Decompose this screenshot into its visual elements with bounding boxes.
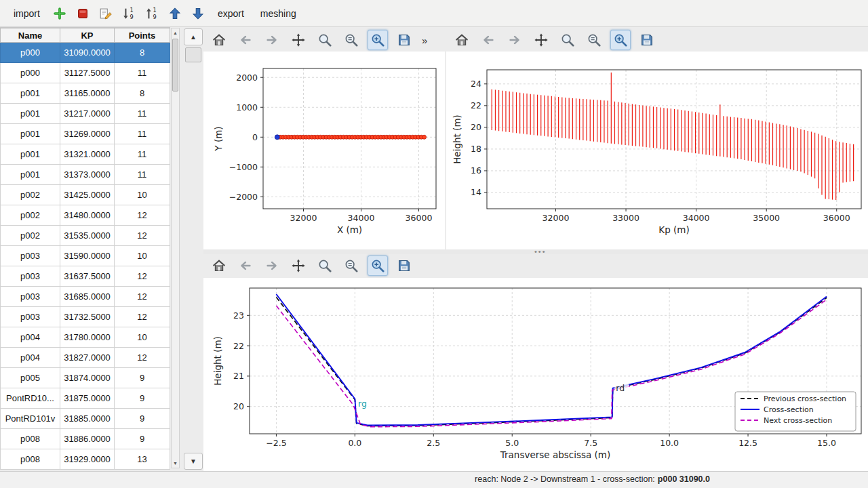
table-row[interactable]: p00331637.500012 — [1, 266, 170, 287]
table-cell[interactable]: 31090.0000 — [60, 43, 115, 63]
home-icon[interactable] — [209, 30, 229, 50]
table-cell[interactable]: 11 — [115, 144, 170, 165]
menu-meshing[interactable]: meshing — [254, 5, 303, 22]
forward-icon[interactable] — [262, 30, 282, 50]
back-icon[interactable] — [478, 30, 498, 50]
subplots-icon[interactable] — [341, 30, 361, 50]
table-row[interactable]: p00131321.000011 — [1, 144, 170, 165]
home-icon[interactable] — [209, 256, 229, 276]
table-cell[interactable]: 10 — [115, 327, 170, 348]
table-cell[interactable]: p008 — [1, 429, 60, 449]
zoom-icon[interactable] — [315, 30, 335, 50]
table-cell[interactable]: 31685.0000 — [60, 287, 115, 307]
table-cell[interactable]: p003 — [1, 307, 60, 327]
table-cell[interactable]: 31480.0000 — [60, 205, 115, 226]
splitter-handle[interactable]: ••• — [203, 249, 868, 254]
table-cell[interactable]: p001 — [1, 124, 60, 144]
table-cell[interactable]: p002 — [1, 205, 60, 226]
table-cell[interactable]: 31780.0000 — [60, 327, 115, 348]
table-cell[interactable]: 12 — [115, 205, 170, 226]
table-cell[interactable]: p001 — [1, 144, 60, 165]
scroll-down-icon[interactable]: ▼ — [172, 459, 179, 468]
table-cell[interactable]: p004 — [1, 348, 60, 368]
table-row[interactable]: p00531874.00009 — [1, 368, 170, 388]
table-cell[interactable]: PontRD101v — [1, 409, 60, 429]
table-cell[interactable]: 31535.0000 — [60, 226, 115, 246]
table-cell[interactable]: 31827.0000 — [60, 348, 115, 368]
table-row[interactable]: p00331590.000010 — [1, 246, 170, 266]
table-row[interactable]: p00231480.000012 — [1, 205, 170, 226]
table-cell[interactable]: 31929.0000 — [60, 449, 115, 470]
table-row[interactable]: p00031127.500011 — [1, 63, 170, 83]
table-cell[interactable]: 31886.0000 — [60, 429, 115, 449]
table-cell[interactable]: p002 — [1, 185, 60, 205]
table-cell[interactable]: 9 — [115, 388, 170, 409]
table-scrollbar-thumb[interactable] — [172, 39, 178, 92]
panel-scroll-down-button[interactable]: ▼ — [184, 453, 203, 470]
column-header-name[interactable]: Name — [1, 28, 60, 43]
move-up-icon[interactable] — [165, 3, 185, 24]
table-cell[interactable]: 8 — [115, 83, 170, 104]
toolbar-overflow-icon[interactable]: » — [422, 35, 427, 46]
table-cell[interactable]: p001 — [1, 104, 60, 124]
table-cell[interactable]: p000 — [1, 63, 60, 83]
table-cell[interactable]: 31875.0000 — [60, 388, 115, 409]
table-cell[interactable]: 31425.0000 — [60, 185, 115, 205]
table-cell[interactable]: 11 — [115, 63, 170, 83]
panel-scroll-up-button[interactable]: ▲ — [184, 28, 203, 45]
table-cell[interactable]: 10 — [115, 185, 170, 205]
scroll-up-icon[interactable]: ▲ — [172, 28, 179, 37]
zoom-icon[interactable] — [557, 30, 578, 50]
table-cell[interactable]: 13 — [115, 449, 170, 470]
table-cell[interactable]: 31637.5000 — [60, 266, 115, 287]
table-cell[interactable]: PontRD10... — [1, 388, 60, 409]
pan-icon[interactable] — [288, 30, 309, 50]
table-cell[interactable]: 12 — [115, 307, 170, 327]
forward-icon[interactable] — [505, 30, 525, 50]
table-row[interactable]: p00431827.000012 — [1, 348, 170, 368]
sort-descending-icon[interactable]: 19 — [119, 3, 139, 24]
save-icon[interactable] — [394, 256, 414, 276]
move-down-icon[interactable] — [188, 3, 208, 24]
table-cell[interactable]: p005 — [1, 368, 60, 388]
plan-view-chart[interactable]: 320003400036000−2000−1000010002000X (m)Y… — [203, 52, 445, 249]
table-cell[interactable]: p003 — [1, 266, 60, 287]
table-row[interactable]: PontRD10...31875.00009 — [1, 388, 170, 409]
edit-icon[interactable] — [96, 3, 116, 24]
table-row[interactable]: p00131217.000011 — [1, 104, 170, 124]
table-cell[interactable]: p004 — [1, 327, 60, 348]
table-cell[interactable]: 31269.0000 — [60, 124, 115, 144]
column-header-kp[interactable]: KP — [60, 28, 115, 43]
table-cell[interactable]: 31217.0000 — [60, 104, 115, 124]
longitudinal-profile-figure[interactable]: 3200033000340003500036000141618202224Kp … — [446, 52, 868, 249]
table-cell[interactable]: 12 — [115, 348, 170, 368]
back-icon[interactable] — [235, 256, 256, 276]
remove-icon[interactable] — [73, 3, 93, 24]
table-row[interactable]: p00431780.000010 — [1, 327, 170, 348]
add-icon[interactable] — [50, 3, 70, 24]
table-cell[interactable]: 12 — [115, 226, 170, 246]
save-icon[interactable] — [394, 30, 414, 50]
back-icon[interactable] — [235, 30, 256, 50]
plan-view-figure[interactable]: 320003400036000−2000−1000010002000X (m)Y… — [203, 52, 445, 249]
table-row[interactable]: p00331732.500012 — [1, 307, 170, 327]
table-cell[interactable]: 11 — [115, 104, 170, 124]
home-icon[interactable] — [452, 30, 472, 50]
table-cell[interactable]: 11 — [115, 165, 170, 185]
subplots-icon[interactable] — [584, 30, 604, 50]
table-cell[interactable]: 9 — [115, 429, 170, 449]
zoom-rect-icon[interactable] — [368, 30, 388, 50]
sort-ascending-icon[interactable]: 19 — [142, 3, 162, 24]
panel-scrollbar-thumb[interactable] — [185, 47, 201, 62]
table-row[interactable]: p00131165.00008 — [1, 83, 170, 104]
table-cell[interactable]: 31885.0000 — [60, 409, 115, 429]
table-cell[interactable]: 9 — [115, 409, 170, 429]
table-row[interactable]: p00831886.00009 — [1, 429, 170, 449]
table-cell[interactable]: p003 — [1, 246, 60, 266]
table-cell[interactable]: p001 — [1, 165, 60, 185]
forward-icon[interactable] — [262, 256, 282, 276]
table-cell[interactable]: 12 — [115, 287, 170, 307]
table-cell[interactable]: 31590.0000 — [60, 246, 115, 266]
pan-icon[interactable] — [288, 256, 309, 276]
table-cell[interactable]: 31732.5000 — [60, 307, 115, 327]
